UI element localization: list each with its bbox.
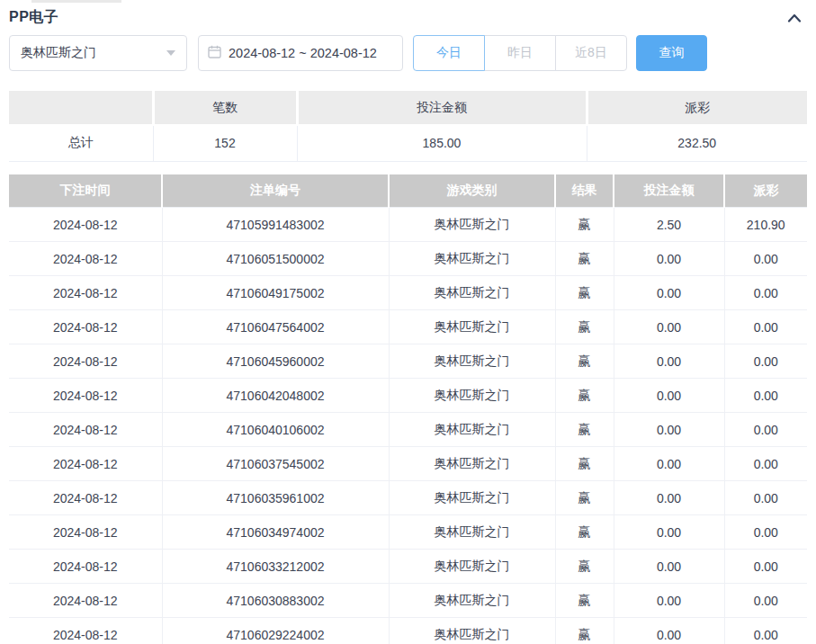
summary-header-payout: 派彩	[587, 91, 807, 125]
table-row: 2024-08-1247106042048002奥林匹斯之门赢0.000.00	[9, 379, 807, 413]
table-row: 2024-08-1247106049175002奥林匹斯之门赢0.000.00	[9, 276, 807, 310]
col-header-result: 结果	[555, 174, 614, 208]
payout-cell: 0.00	[724, 550, 807, 584]
col-header-order-id: 注单编号	[162, 174, 389, 208]
table-row: 2024-08-1247106045960002奥林匹斯之门赢0.000.00	[9, 344, 807, 379]
summary-total-label: 总计	[9, 125, 153, 161]
order-id-cell: 47106037545002	[162, 447, 389, 481]
bet-amount-cell: 2.50	[614, 208, 724, 242]
chevron-up-icon	[787, 12, 802, 25]
summary-total-row: 总计 152 185.00 232.50	[9, 125, 807, 161]
game-type-cell: 奥林匹斯之门	[389, 276, 555, 310]
order-id-cell: 47106049175002	[162, 276, 389, 310]
col-header-bet-amount: 投注金额	[614, 174, 724, 208]
table-row: 2024-08-1247106051500002奥林匹斯之门赢0.000.00	[9, 242, 807, 276]
bet-amount-cell: 0.00	[614, 618, 724, 644]
quick-date-button-1[interactable]: 昨日	[484, 35, 556, 71]
game-type-cell: 奥林匹斯之门	[389, 618, 555, 644]
summary-total-payout: 232.50	[587, 125, 807, 161]
bet-amount-cell: 0.00	[614, 481, 724, 515]
date-range-picker[interactable]: 2024-08-12 ~ 2024-08-12	[198, 35, 403, 71]
page-title: PP电子	[9, 8, 58, 27]
quick-date-button-0[interactable]: 今日	[413, 35, 485, 71]
col-header-game-type: 游戏类别	[389, 174, 555, 208]
result-cell: 赢	[555, 413, 614, 447]
bet-amount-cell: 0.00	[614, 550, 724, 584]
bet-time-cell: 2024-08-12	[9, 413, 162, 447]
records-header-row: 下注时间 注单编号 游戏类别 结果 投注金额 派彩	[9, 174, 807, 208]
bet-time-cell: 2024-08-12	[9, 310, 162, 344]
bet-amount-cell: 0.00	[614, 344, 724, 379]
payout-cell: 0.00	[724, 618, 807, 644]
result-cell: 赢	[555, 276, 614, 310]
result-cell: 赢	[555, 447, 614, 481]
bet-amount-cell: 0.00	[614, 447, 724, 481]
col-header-payout: 派彩	[724, 174, 807, 208]
pp-game-records-panel: PP电子 奥林匹斯之门 2024-08-12 ~ 2024-08-12 今日昨日…	[0, 0, 816, 644]
col-header-bet-time: 下注时间	[9, 174, 162, 208]
order-id-cell: 47106047564002	[162, 310, 389, 344]
quick-date-button-2[interactable]: 近8日	[555, 35, 627, 71]
payout-cell: 0.00	[724, 344, 807, 379]
table-row: 2024-08-1247106040106002奥林匹斯之门赢0.000.00	[9, 413, 807, 447]
payout-cell: 0.00	[724, 242, 807, 276]
game-type-cell: 奥林匹斯之门	[389, 344, 555, 379]
bet-amount-cell: 0.00	[614, 379, 724, 413]
bet-records-table: 下注时间 注单编号 游戏类别 结果 投注金额 派彩 2024-08-124710…	[9, 174, 807, 644]
bet-time-cell: 2024-08-12	[9, 550, 162, 584]
calendar-icon	[208, 45, 221, 61]
result-cell: 赢	[555, 550, 614, 584]
bet-time-cell: 2024-08-12	[9, 618, 162, 644]
bet-time-cell: 2024-08-12	[9, 379, 162, 413]
result-cell: 赢	[555, 242, 614, 276]
order-id-cell: 47106033212002	[162, 550, 389, 584]
game-type-cell: 奥林匹斯之门	[389, 413, 555, 447]
game-type-cell: 奥林匹斯之门	[389, 208, 555, 242]
game-type-cell: 奥林匹斯之门	[389, 515, 555, 550]
result-cell: 赢	[555, 584, 614, 618]
quick-date-button-group: 今日昨日近8日	[413, 35, 627, 71]
result-cell: 赢	[555, 618, 614, 644]
result-cell: 赢	[555, 515, 614, 550]
summary-header-row: 笔数 投注金额 派彩	[9, 91, 807, 125]
summary-header-empty	[9, 91, 153, 125]
bet-time-cell: 2024-08-12	[9, 242, 162, 276]
table-row: 2024-08-1247106037545002奥林匹斯之门赢0.000.00	[9, 447, 807, 481]
order-id-cell: 47106029224002	[162, 618, 389, 644]
bet-time-cell: 2024-08-12	[9, 208, 162, 242]
bet-amount-cell: 0.00	[614, 242, 724, 276]
bet-amount-cell: 0.00	[614, 584, 724, 618]
game-type-cell: 奥林匹斯之门	[389, 310, 555, 344]
result-cell: 赢	[555, 208, 614, 242]
table-row: 2024-08-1247106029224002奥林匹斯之门赢0.000.00	[9, 618, 807, 644]
bet-amount-cell: 0.00	[614, 310, 724, 344]
result-cell: 赢	[555, 344, 614, 379]
game-select-value: 奥林匹斯之门	[21, 45, 96, 61]
game-select[interactable]: 奥林匹斯之门	[9, 35, 187, 71]
bet-amount-cell: 0.00	[614, 515, 724, 550]
top-edge-artifact	[31, 0, 121, 3]
filter-bar: 奥林匹斯之门 2024-08-12 ~ 2024-08-12 今日昨日近8日 查…	[9, 35, 807, 71]
payout-cell: 0.00	[724, 584, 807, 618]
bet-time-cell: 2024-08-12	[9, 344, 162, 379]
summary-header-count: 笔数	[153, 91, 297, 125]
order-id-cell: 47106042048002	[162, 379, 389, 413]
payout-cell: 0.00	[724, 447, 807, 481]
summary-table: 笔数 投注金额 派彩 总计 152 185.00 232.50	[9, 91, 807, 162]
table-row: 2024-08-1247106047564002奥林匹斯之门赢0.000.00	[9, 310, 807, 344]
order-id-cell: 47106035961002	[162, 481, 389, 515]
payout-cell: 0.00	[724, 515, 807, 550]
bet-amount-cell: 0.00	[614, 276, 724, 310]
panel-header: PP电子	[9, 0, 807, 35]
bet-time-cell: 2024-08-12	[9, 276, 162, 310]
order-id-cell: 47106030883002	[162, 584, 389, 618]
chevron-down-icon	[166, 50, 175, 56]
table-row: 2024-08-1247106034974002奥林匹斯之门赢0.000.00	[9, 515, 807, 550]
bet-time-cell: 2024-08-12	[9, 447, 162, 481]
collapse-button[interactable]	[782, 10, 807, 27]
query-button[interactable]: 查询	[636, 35, 707, 71]
records-table-body: 2024-08-1247105991483002奥林匹斯之门赢2.50210.9…	[9, 208, 807, 644]
bet-time-cell: 2024-08-12	[9, 481, 162, 515]
payout-cell: 0.00	[724, 379, 807, 413]
order-id-cell: 47106040106002	[162, 413, 389, 447]
